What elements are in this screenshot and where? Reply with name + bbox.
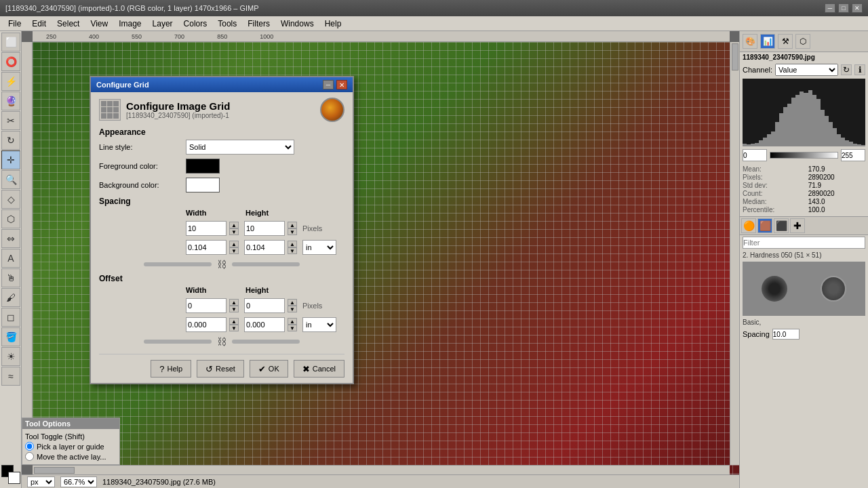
spacing-in-unit-select[interactable]: in mm px <box>302 240 336 255</box>
tool-fill[interactable]: 🪣 <box>1 327 20 346</box>
menu-windows[interactable]: Windows <box>275 18 319 30</box>
channel-refresh[interactable]: ↻ <box>841 64 852 75</box>
offset-height-in-input[interactable] <box>244 317 285 332</box>
spin-up[interactable]: ▲ <box>229 241 239 247</box>
close-button[interactable]: ✕ <box>852 3 863 13</box>
brush-icon-red[interactable]: ⬛ <box>774 218 789 233</box>
minimize-button[interactable]: ─ <box>825 3 835 13</box>
histogram-max-input[interactable] <box>841 149 865 161</box>
radio-move[interactable] <box>25 452 34 461</box>
background-color[interactable] <box>8 472 20 484</box>
histogram-min-input[interactable] <box>743 149 767 161</box>
spin-up[interactable]: ▲ <box>229 222 239 228</box>
spin-down[interactable]: ▼ <box>288 306 297 312</box>
spin-down[interactable]: ▼ <box>288 325 297 331</box>
tool-crop[interactable]: ✂ <box>1 111 20 130</box>
spin-down[interactable]: ▼ <box>229 247 239 254</box>
tool-rotate[interactable]: ↻ <box>1 131 20 150</box>
offset-width-px-input[interactable] <box>186 298 226 313</box>
spin-down[interactable]: ▼ <box>288 228 297 235</box>
panel-icon-color[interactable]: 🎨 <box>743 34 757 49</box>
zoom-select[interactable]: 66.7% <box>60 476 97 487</box>
menu-layer[interactable]: Layer <box>147 18 178 30</box>
spin-up[interactable]: ▲ <box>288 241 297 247</box>
offset-width-in-input[interactable] <box>186 317 226 332</box>
h-scroll-thumb[interactable] <box>34 467 75 474</box>
spin-down[interactable]: ▼ <box>288 247 297 254</box>
panel-icon-paths[interactable]: ⚒ <box>778 34 793 49</box>
menu-edit[interactable]: Edit <box>26 18 52 30</box>
spacing-input[interactable] <box>772 329 800 340</box>
spin-up[interactable]: ▲ <box>288 318 297 325</box>
tool-flip[interactable]: ⇔ <box>1 229 20 248</box>
tool-move[interactable]: ✛ <box>1 150 20 169</box>
menu-filters[interactable]: Filters <box>242 18 275 30</box>
horizontal-scrollbar[interactable] <box>33 465 730 474</box>
channel-info[interactable]: ℹ <box>854 64 865 75</box>
offset-height-px-input[interactable] <box>244 298 285 313</box>
panel-icon-active[interactable]: 📊 <box>760 34 775 49</box>
spin-up[interactable]: ▲ <box>288 299 297 306</box>
tool-shear[interactable]: ◇ <box>1 190 20 209</box>
link-chain-icon[interactable]: ⛓ <box>217 259 226 270</box>
color-selector[interactable] <box>1 465 20 484</box>
tool-fuzzy-select[interactable]: 🔮 <box>1 92 20 110</box>
spin-down[interactable]: ▼ <box>229 306 239 312</box>
tool-option-move[interactable]: Move the active lay... <box>25 451 117 462</box>
help-button[interactable]: ? Help <box>151 360 191 378</box>
spacing-height-px-input[interactable] <box>244 221 285 236</box>
tool-zoom[interactable]: 🔍 <box>1 170 20 189</box>
bg-color-swatch[interactable] <box>186 178 220 192</box>
tool-free-select[interactable]: ⚡ <box>1 72 20 91</box>
tool-dodge-burn[interactable]: ☀ <box>1 347 20 366</box>
tool-color-picker[interactable]: 🖱 <box>1 268 20 287</box>
panel-icon-more[interactable]: ⬡ <box>795 34 810 49</box>
reset-button[interactable]: ↺ Reset <box>197 360 244 378</box>
menu-select[interactable]: Select <box>52 18 85 30</box>
menu-image[interactable]: Image <box>113 18 146 30</box>
tool-rectangle[interactable]: ⬜ <box>1 33 20 52</box>
tool-eraser[interactable]: ◻ <box>1 308 20 327</box>
channel-select[interactable]: Value <box>775 64 838 76</box>
spacing-width-px-input[interactable] <box>186 221 226 236</box>
ok-button[interactable]: ✔ OK <box>250 360 288 378</box>
vertical-scrollbar[interactable] <box>730 42 739 465</box>
dialog-header: Configure Image Grid [1189340_23407590] … <box>99 98 344 122</box>
brush-icon-plus[interactable]: ✚ <box>790 218 805 233</box>
offset-in-unit-select[interactable]: in mm px <box>302 317 336 332</box>
maximize-button[interactable]: □ <box>838 3 849 13</box>
dialog-close-button[interactable]: ✕ <box>336 80 347 89</box>
spin-up[interactable]: ▲ <box>288 222 297 228</box>
fg-color-swatch[interactable] <box>186 159 220 174</box>
tool-text[interactable]: A <box>1 249 20 268</box>
unit-select[interactable]: px mm in <box>27 476 55 487</box>
brush-icon-color[interactable]: 🟠 <box>741 218 756 233</box>
link-track-right <box>232 262 300 266</box>
menu-colors[interactable]: Colors <box>178 18 213 30</box>
v-scroll-thumb[interactable] <box>732 43 738 70</box>
line-style-select[interactable]: Solid <box>186 140 294 155</box>
histogram-track[interactable] <box>770 152 838 159</box>
tool-smudge[interactable]: ≈ <box>1 367 20 386</box>
spacing-height-in-input[interactable] <box>244 240 285 255</box>
menu-tools[interactable]: Tools <box>212 18 242 30</box>
link-chain-offset-icon[interactable]: ⛓ <box>217 336 226 347</box>
tool-perspective[interactable]: ⬡ <box>1 209 20 228</box>
menu-file[interactable]: File <box>3 18 26 30</box>
dialog-minimize-button[interactable]: ─ <box>323 80 334 89</box>
radio-pick[interactable] <box>25 442 34 451</box>
spacing-width-in-input[interactable] <box>186 240 226 255</box>
tool-option-pick[interactable]: Pick a layer or guide <box>25 441 117 451</box>
tool-ellipse[interactable]: ⭕ <box>1 52 20 71</box>
filter-input[interactable] <box>743 237 865 249</box>
menu-help[interactable]: Help <box>319 18 347 30</box>
cancel-button[interactable]: ✖ Cancel <box>294 360 344 378</box>
tool-toggle-label: Tool Toggle (Shift) <box>25 432 117 441</box>
spin-up[interactable]: ▲ <box>229 299 239 306</box>
spin-down[interactable]: ▼ <box>229 228 239 235</box>
brush-icon-active[interactable]: 🟫 <box>757 218 772 233</box>
tool-paintbrush[interactable]: 🖌 <box>1 288 20 307</box>
menu-view[interactable]: View <box>85 18 113 30</box>
spin-down[interactable]: ▼ <box>229 325 239 331</box>
spin-up[interactable]: ▲ <box>229 318 239 325</box>
